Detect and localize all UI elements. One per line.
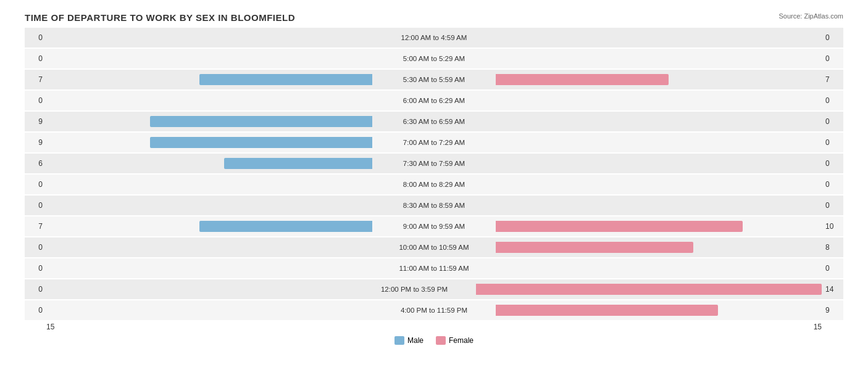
right-bar-wrap [496,199,822,212]
left-bar-wrap [46,73,372,86]
left-bar-wrap [46,220,372,233]
left-bar-wrap [46,157,372,170]
left-value: 0 [25,180,46,189]
axis-bottom: 15 15 [25,323,843,331]
bars-center: 8:30 AM to 8:59 AM [46,196,822,215]
bars-center: 6:00 AM to 6:29 AM [46,91,822,110]
right-bar-wrap [496,262,822,274]
right-bar-wrap [496,241,822,254]
time-label: 10:00 AM to 10:59 AM [372,244,496,251]
right-value: 0 [822,54,843,63]
left-bar-wrap [46,115,372,128]
bars-center: 7:30 AM to 7:59 AM [46,154,822,173]
right-bar-wrap [496,178,822,191]
left-bar-wrap [46,241,372,254]
male-bar [224,158,372,169]
left-bar-wrap [46,304,372,316]
bar-row: 7 5:30 AM to 5:59 AM 7 [25,70,843,89]
left-value: 0 [25,306,46,315]
bar-row: 6 7:30 AM to 7:59 AM 0 [25,154,843,173]
left-bar-wrap [46,136,372,149]
female-bar [496,242,693,253]
bars-center: 9:00 AM to 9:59 AM [46,216,822,236]
right-bar-wrap [496,73,822,86]
legend-female-box [436,336,446,345]
right-value: 0 [822,201,843,210]
left-bar-wrap [46,31,372,44]
bar-row: 9 7:00 AM to 7:29 AM 0 [25,133,843,152]
bar-row: 0 10:00 AM to 10:59 AM 8 [25,237,843,257]
time-label: 7:30 AM to 7:59 AM [372,160,496,167]
chart-area: 0 12:00 AM to 4:59 AM 0 0 5:00 AM to 5:2… [25,28,843,320]
male-bar [150,116,372,127]
left-value: 0 [25,201,46,210]
legend-female-label: Female [449,336,474,345]
right-bar-wrap [496,220,822,233]
left-value: 0 [25,285,46,294]
left-value: 0 [25,264,46,273]
bars-center: 11:00 AM to 11:59 AM [46,258,822,278]
right-value: 0 [822,159,843,168]
right-value: 8 [822,243,843,252]
left-value: 7 [25,75,46,84]
female-bar [496,221,743,232]
left-value: 0 [25,96,46,105]
left-value: 0 [25,243,46,252]
right-value: 0 [822,264,843,273]
left-value: 0 [25,33,46,42]
bar-row: 0 5:00 AM to 5:29 AM 0 [25,49,843,68]
bar-row: 0 12:00 PM to 3:59 PM 14 [25,279,843,299]
male-bar [199,221,372,232]
time-label: 8:00 AM to 8:29 AM [372,181,496,188]
time-label: 8:30 AM to 8:59 AM [372,202,496,209]
source-text: Source: ZipAtlas.com [778,12,843,20]
left-bar-wrap [46,283,353,295]
left-bar-wrap [46,262,372,274]
right-bar-wrap [496,115,822,128]
female-bar [476,284,822,295]
bars-center: 12:00 PM to 3:59 PM [46,279,822,299]
bars-center: 5:00 AM to 5:29 AM [46,49,822,68]
right-value: 0 [822,180,843,189]
right-bar-wrap [496,157,822,170]
right-value: 14 [822,285,843,294]
left-bar-wrap [46,94,372,107]
male-bar [150,137,372,148]
female-bar [496,305,718,316]
left-bar-wrap [46,52,372,65]
bars-center: 10:00 AM to 10:59 AM [46,237,822,257]
chart-title: TIME OF DEPARTURE TO WORK BY SEX IN BLOO… [25,12,843,23]
male-bar [199,74,372,85]
time-label: 4:00 PM to 11:59 PM [372,307,496,314]
time-label: 12:00 PM to 3:59 PM [353,286,476,293]
time-label: 5:00 AM to 5:29 AM [372,55,496,62]
bar-row: 0 6:00 AM to 6:29 AM 0 [25,91,843,110]
right-bar-wrap [496,136,822,149]
bar-row: 7 9:00 AM to 9:59 AM 10 [25,216,843,236]
bars-center: 4:00 PM to 11:59 PM [46,300,822,320]
time-label: 11:00 AM to 11:59 AM [372,265,496,272]
axis-left-label: 15 [46,323,54,331]
left-value: 9 [25,138,46,147]
left-value: 9 [25,117,46,126]
right-value: 7 [822,75,843,84]
legend-female: Female [436,336,474,345]
left-value: 7 [25,222,46,231]
legend-male-label: Male [407,336,424,345]
right-value: 9 [822,306,843,315]
left-bar-wrap [46,199,372,212]
left-value: 6 [25,159,46,168]
legend: Male Female [25,336,843,345]
legend-male: Male [394,336,424,345]
bar-row: 0 4:00 PM to 11:59 PM 9 [25,300,843,320]
right-bar-wrap [496,31,822,44]
bars-center: 5:30 AM to 5:59 AM [46,70,822,89]
right-bar-wrap [476,283,822,295]
bar-row: 0 12:00 AM to 4:59 AM 0 [25,28,843,47]
bar-row: 9 6:30 AM to 6:59 AM 0 [25,112,843,131]
bar-row: 0 11:00 AM to 11:59 AM 0 [25,258,843,278]
time-label: 6:30 AM to 6:59 AM [372,118,496,125]
bar-row: 0 8:30 AM to 8:59 AM 0 [25,196,843,215]
right-bar-wrap [496,94,822,107]
left-bar-wrap [46,178,372,191]
